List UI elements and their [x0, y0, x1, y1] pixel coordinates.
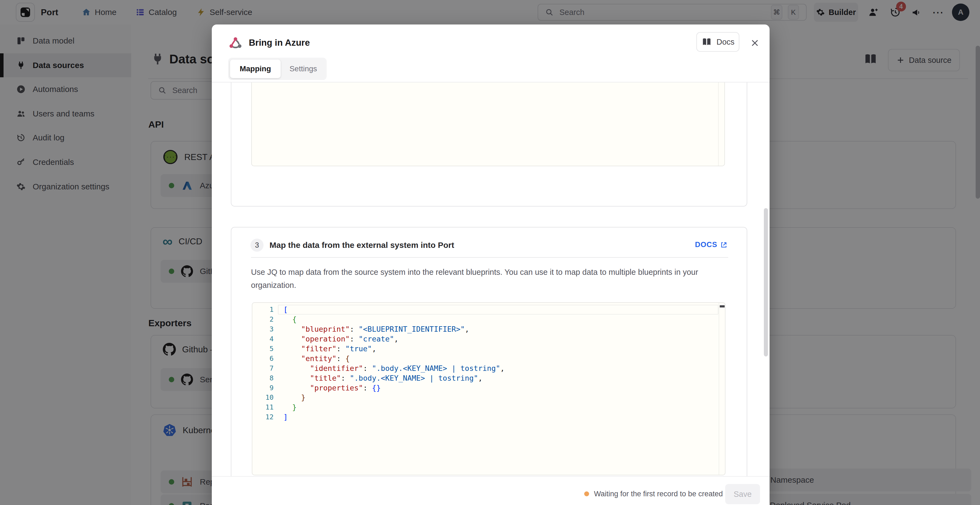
minimap-content-mark — [720, 305, 725, 308]
code-line: 6 "entity": { — [252, 353, 715, 363]
mapping-section-card: 3 Map the data from the external system … — [231, 227, 747, 476]
section-divider — [251, 257, 728, 258]
book-icon — [701, 37, 712, 46]
webhook-icon — [228, 35, 243, 50]
section-header: 3 Map the data from the external system … — [250, 239, 454, 252]
code-line: 10 } — [252, 392, 715, 402]
section-description-line-1: Use JQ to map data from the source syste… — [251, 268, 698, 277]
minimap-divider — [719, 303, 719, 475]
save-button[interactable]: Save — [725, 484, 760, 504]
code-lines: 1[2 {3 "blueprint": "<BLUEPRINT_IDENTIFI… — [252, 305, 715, 422]
code-line: 11 } — [252, 402, 715, 412]
modal-title: Bring in Azure — [249, 38, 310, 48]
modal-scrollbar[interactable] — [764, 208, 768, 356]
bring-in-azure-modal: Bring in Azure Docs Mapping Settings 3 M… — [212, 24, 770, 505]
docs-button[interactable]: Docs — [696, 32, 739, 52]
tab-settings[interactable]: Settings — [282, 60, 325, 78]
code-line: 8 "title": ".body.<KEY_NAME> | tostring"… — [252, 373, 715, 383]
code-line: 2 { — [252, 314, 715, 324]
modal-header: Bring in Azure — [228, 35, 310, 50]
modal-tabs: Mapping Settings — [228, 58, 327, 80]
jq-mapping-editor[interactable]: 1[2 {3 "blueprint": "<BLUEPRINT_IDENTIFI… — [252, 302, 725, 475]
code-line: 1[ — [252, 305, 715, 314]
code-line: 9 "properties": {} — [252, 383, 715, 392]
code-line: 7 "identifier": ".body.<KEY_NAME> | tost… — [252, 363, 715, 373]
code-line: 3 "blueprint": "<BLUEPRINT_IDENTIFIER>", — [252, 324, 715, 334]
docs-link[interactable]: DOCS — [695, 241, 728, 249]
code-line: 5 "filter": "true", — [252, 344, 715, 354]
section-title: Map the data from the external system in… — [269, 241, 454, 250]
status-dot — [584, 491, 589, 496]
config-editor-empty[interactable] — [251, 83, 725, 166]
close-button[interactable] — [749, 37, 761, 49]
section-number-badge: 3 — [250, 239, 264, 252]
modal-body: 3 Map the data from the external system … — [212, 83, 770, 476]
minimap-divider — [718, 83, 719, 166]
code-line: 12] — [252, 412, 715, 422]
section-description-line-2: organization. — [251, 281, 296, 290]
previous-section-card — [231, 83, 747, 206]
close-icon — [750, 38, 759, 48]
status-text: Waiting for the first record to be creat… — [594, 490, 723, 498]
external-link-icon — [720, 241, 728, 249]
code-line: 4 "operation": "create", — [252, 334, 715, 344]
modal-footer: Waiting for the first record to be creat… — [212, 476, 770, 505]
tab-mapping[interactable]: Mapping — [230, 60, 281, 78]
